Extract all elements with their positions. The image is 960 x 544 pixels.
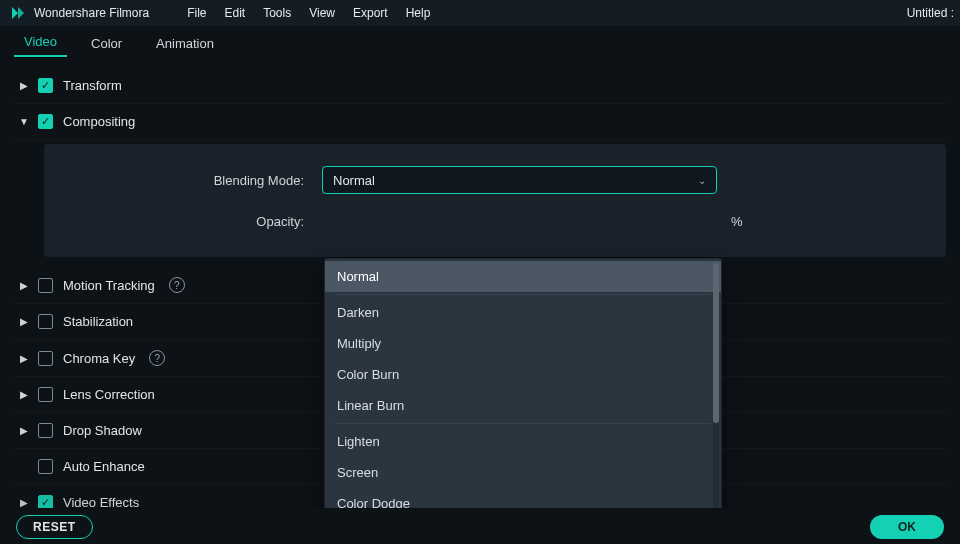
menu-edit[interactable]: Edit bbox=[225, 6, 246, 20]
chevron-down-icon: ⌄ bbox=[698, 175, 706, 186]
blend-option-linear-burn[interactable]: Linear Burn bbox=[325, 390, 721, 421]
section-compositing[interactable]: ▼ ✓ Compositing bbox=[14, 104, 946, 140]
blend-option-normal[interactable]: Normal bbox=[325, 261, 721, 292]
disclosure-icon[interactable]: ▶ bbox=[18, 80, 30, 91]
blend-option-screen[interactable]: Screen bbox=[325, 457, 721, 488]
blend-option-multiply[interactable]: Multiply bbox=[325, 328, 721, 359]
disclosure-icon[interactable]: ▶ bbox=[18, 316, 30, 327]
inspector-tabs: Video Color Animation bbox=[0, 26, 960, 58]
checkbox-motion-tracking[interactable] bbox=[38, 278, 53, 293]
section-label: Chroma Key bbox=[63, 351, 135, 366]
section-label: Motion Tracking bbox=[63, 278, 155, 293]
blend-mode-select[interactable]: Normal ⌄ bbox=[322, 166, 717, 194]
section-label: Drop Shadow bbox=[63, 423, 142, 438]
checkbox-chroma-key[interactable] bbox=[38, 351, 53, 366]
opacity-label: Opacity: bbox=[72, 214, 322, 229]
reset-button[interactable]: RESET bbox=[16, 515, 93, 539]
blend-mode-dropdown[interactable]: Normal Darken Multiply Color Burn Linear… bbox=[324, 258, 722, 508]
dropdown-separator bbox=[335, 423, 711, 424]
svg-marker-1 bbox=[18, 7, 24, 19]
blend-option-color-burn[interactable]: Color Burn bbox=[325, 359, 721, 390]
app-logo-icon bbox=[10, 5, 26, 21]
tab-video[interactable]: Video bbox=[14, 26, 67, 57]
section-label: Lens Correction bbox=[63, 387, 155, 402]
compositing-card: Blending Mode: Normal ⌄ Opacity: % bbox=[44, 144, 946, 257]
help-icon[interactable]: ? bbox=[149, 350, 165, 366]
menu-items: File Edit Tools View Export Help bbox=[187, 6, 430, 20]
app-name: Wondershare Filmora bbox=[34, 6, 149, 20]
section-label: Compositing bbox=[63, 114, 135, 129]
tab-animation[interactable]: Animation bbox=[146, 28, 224, 57]
dropdown-scrollbar-thumb[interactable] bbox=[713, 263, 719, 423]
blend-mode-value: Normal bbox=[333, 173, 375, 188]
disclosure-icon[interactable]: ▶ bbox=[18, 389, 30, 400]
disclosure-icon[interactable]: ▼ bbox=[18, 116, 30, 127]
svg-marker-0 bbox=[12, 7, 18, 19]
disclosure-icon[interactable]: ▶ bbox=[18, 497, 30, 508]
checkbox-auto-enhance[interactable] bbox=[38, 459, 53, 474]
section-label: Stabilization bbox=[63, 314, 133, 329]
checkbox-stabilization[interactable] bbox=[38, 314, 53, 329]
blend-option-darken[interactable]: Darken bbox=[325, 297, 721, 328]
checkbox-lens-correction[interactable] bbox=[38, 387, 53, 402]
blend-option-color-dodge[interactable]: Color Dodge bbox=[325, 488, 721, 508]
ok-button[interactable]: OK bbox=[870, 515, 944, 539]
document-title: Untitled : bbox=[907, 6, 954, 20]
checkbox-transform[interactable]: ✓ bbox=[38, 78, 53, 93]
section-transform[interactable]: ▶ ✓ Transform bbox=[14, 68, 946, 104]
footer: RESET OK bbox=[0, 508, 960, 544]
menu-tools[interactable]: Tools bbox=[263, 6, 291, 20]
tab-color[interactable]: Color bbox=[81, 28, 132, 57]
menubar: Wondershare Filmora File Edit Tools View… bbox=[0, 0, 960, 26]
disclosure-icon[interactable]: ▶ bbox=[18, 353, 30, 364]
checkbox-compositing[interactable]: ✓ bbox=[38, 114, 53, 129]
help-icon[interactable]: ? bbox=[169, 277, 185, 293]
disclosure-icon[interactable]: ▶ bbox=[18, 280, 30, 291]
checkbox-drop-shadow[interactable] bbox=[38, 423, 53, 438]
menu-export[interactable]: Export bbox=[353, 6, 388, 20]
menu-help[interactable]: Help bbox=[406, 6, 431, 20]
properties-panel[interactable]: ▶ ✓ Transform ▼ ✓ Compositing Blending M… bbox=[0, 58, 960, 508]
section-label: Auto Enhance bbox=[63, 459, 145, 474]
dropdown-separator bbox=[335, 294, 711, 295]
menu-file[interactable]: File bbox=[187, 6, 206, 20]
checkbox-video-effects[interactable]: ✓ bbox=[38, 495, 53, 508]
menu-view[interactable]: View bbox=[309, 6, 335, 20]
blend-mode-label: Blending Mode: bbox=[72, 173, 322, 188]
disclosure-icon[interactable]: ▶ bbox=[18, 425, 30, 436]
section-label: Transform bbox=[63, 78, 122, 93]
opacity-unit: % bbox=[731, 214, 743, 229]
blend-option-lighten[interactable]: Lighten bbox=[325, 426, 721, 457]
section-label: Video Effects bbox=[63, 495, 139, 508]
